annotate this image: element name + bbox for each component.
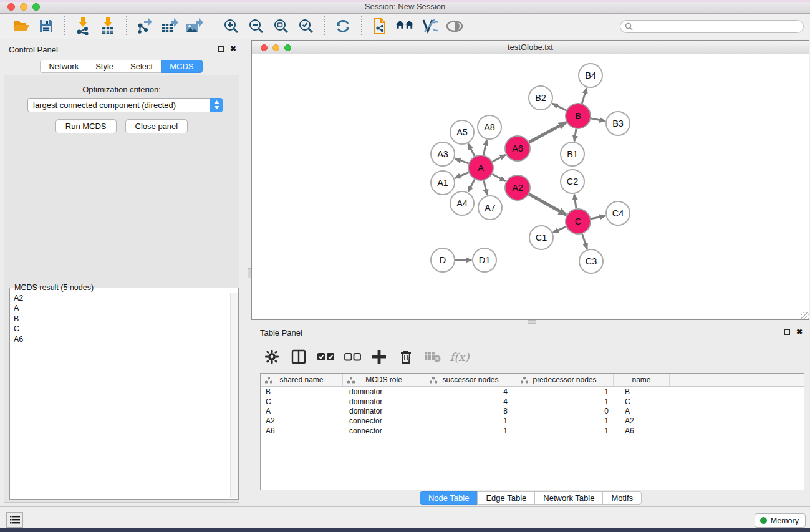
graph-node-D[interactable]: D bbox=[431, 248, 455, 272]
network-window-titlebar[interactable]: testGlobe.txt bbox=[252, 41, 809, 54]
export-network-icon[interactable] bbox=[135, 17, 154, 36]
graph-node-A8[interactable]: A8 bbox=[478, 115, 501, 139]
result-item-c[interactable]: C bbox=[11, 324, 230, 334]
graph-edge-A-A8[interactable] bbox=[483, 140, 486, 155]
tab-network[interactable]: Network bbox=[40, 60, 87, 73]
select-all-icon[interactable] bbox=[316, 347, 335, 366]
graph-node-B4[interactable]: B4 bbox=[579, 64, 602, 87]
graph-edge-A6-B[interactable] bbox=[529, 122, 566, 142]
float-panel-icon[interactable] bbox=[218, 46, 224, 52]
export-table-icon[interactable] bbox=[160, 17, 179, 36]
search-input[interactable] bbox=[636, 22, 792, 31]
graph-node-C3[interactable]: C3 bbox=[579, 249, 603, 273]
close-panel-button[interactable]: Close panel bbox=[125, 119, 188, 133]
zoom-out-icon[interactable] bbox=[247, 17, 266, 36]
result-scrollbar[interactable] bbox=[230, 293, 238, 498]
import-network-icon[interactable] bbox=[74, 17, 92, 36]
refresh-icon[interactable] bbox=[334, 17, 352, 36]
graph-node-C1[interactable]: C1 bbox=[529, 226, 553, 249]
graph-node-B3[interactable]: B3 bbox=[606, 112, 630, 135]
zoom-window-icon[interactable] bbox=[32, 3, 40, 11]
graph-edge-B-B4[interactable] bbox=[582, 88, 587, 104]
table-row[interactable]: Bdominator41B bbox=[261, 387, 804, 397]
graph-node-A6[interactable]: A6 bbox=[505, 136, 530, 161]
tab-select[interactable]: Select bbox=[122, 60, 162, 73]
graph-edge-A-A4[interactable] bbox=[468, 180, 475, 192]
tab-motifs[interactable]: Motifs bbox=[602, 491, 642, 505]
homes-icon[interactable] bbox=[395, 17, 414, 36]
graph-node-C[interactable]: C bbox=[566, 209, 591, 234]
task-history-button[interactable] bbox=[6, 512, 23, 528]
graph-edge-A-A3[interactable] bbox=[455, 158, 468, 163]
network-canvas[interactable]: AA1A3A5A8A4A7A6A2BB2B4B3B1CC2C1C4C3DD1 bbox=[252, 54, 809, 319]
graph-edge-B-B1[interactable] bbox=[574, 129, 576, 141]
graph-edge-B-B2[interactable] bbox=[552, 104, 566, 110]
graph-edge-A-A7[interactable] bbox=[484, 180, 487, 195]
import-table-icon[interactable] bbox=[99, 17, 117, 36]
minimize-window-icon[interactable] bbox=[272, 44, 279, 51]
graph-node-C2[interactable]: C2 bbox=[561, 170, 584, 193]
criterion-dropdown[interactable]: largest connected component (directed) bbox=[27, 98, 223, 112]
graph-node-A3[interactable]: A3 bbox=[431, 142, 455, 166]
tab-node-table[interactable]: Node Table bbox=[420, 491, 478, 505]
column-header-successor-nodes[interactable]: successor nodes bbox=[425, 374, 516, 386]
tab-mcds[interactable]: MCDS bbox=[161, 60, 202, 73]
add-column-icon[interactable] bbox=[370, 347, 388, 366]
mcds-result-list[interactable]: A2ABCA6 bbox=[11, 293, 230, 498]
graph-edge-B-B3[interactable] bbox=[591, 118, 605, 121]
table-row[interactable]: Cdominator41C bbox=[261, 397, 804, 407]
zoom-in-icon[interactable] bbox=[222, 17, 241, 36]
splitter-grip-vertical[interactable] bbox=[248, 268, 251, 278]
graph-node-B1[interactable]: B1 bbox=[561, 142, 584, 166]
graph-edge-A-A6[interactable] bbox=[493, 155, 506, 162]
close-window-icon[interactable] bbox=[7, 3, 15, 11]
run-mcds-button[interactable]: Run MCDS bbox=[55, 119, 117, 133]
graph-node-A4[interactable]: A4 bbox=[450, 191, 474, 215]
close-window-icon[interactable] bbox=[261, 44, 268, 51]
zoom-selected-icon[interactable] bbox=[297, 17, 316, 36]
graph-node-A[interactable]: A bbox=[468, 155, 493, 180]
delete-column-icon[interactable] bbox=[397, 347, 415, 366]
zoom-fit-icon[interactable] bbox=[272, 17, 291, 36]
search-field[interactable] bbox=[620, 20, 804, 33]
network-graph[interactable]: AA1A3A5A8A4A7A6A2BB2B4B3B1CC2C1C4C3DD1 bbox=[252, 54, 809, 319]
style-toggle-icon[interactable] bbox=[420, 17, 439, 36]
graph-node-B[interactable]: B bbox=[566, 104, 591, 128]
column-header-MCDS-role[interactable]: MCDS role bbox=[343, 374, 425, 386]
result-item-b[interactable]: B bbox=[11, 314, 230, 324]
graph-edge-A-A2[interactable] bbox=[492, 174, 505, 181]
window-controls[interactable] bbox=[7, 3, 40, 11]
splitter-grip-horizontal[interactable] bbox=[528, 320, 536, 324]
graph-edge-A-A1[interactable] bbox=[455, 173, 469, 178]
graph-edge-A-A5[interactable] bbox=[468, 144, 475, 157]
tab-network-table[interactable]: Network Table bbox=[534, 491, 603, 505]
column-header-name[interactable]: name bbox=[614, 374, 670, 386]
table-row[interactable]: Adominator80A bbox=[261, 407, 804, 417]
close-panel-icon[interactable]: ✖ bbox=[230, 46, 236, 52]
gear-icon[interactable] bbox=[263, 347, 281, 366]
table-row[interactable]: A2connector11A2 bbox=[261, 416, 804, 426]
graph-edge-C-C1[interactable] bbox=[553, 226, 566, 232]
open-file-icon[interactable] bbox=[12, 17, 31, 36]
result-item-a6[interactable]: A6 bbox=[11, 334, 230, 344]
graph-node-A7[interactable]: A7 bbox=[478, 196, 502, 220]
graph-edge-A2-C[interactable] bbox=[529, 194, 566, 215]
column-header-shared-name[interactable]: shared name bbox=[261, 374, 343, 386]
graph-node-C4[interactable]: C4 bbox=[606, 201, 630, 225]
tab-edge-table[interactable]: Edge Table bbox=[477, 491, 535, 505]
graph-node-B2[interactable]: B2 bbox=[529, 86, 552, 110]
zoom-window-icon[interactable] bbox=[284, 44, 291, 51]
eye-icon[interactable] bbox=[445, 17, 464, 36]
column-view-icon[interactable] bbox=[289, 347, 308, 366]
save-session-icon[interactable] bbox=[37, 17, 55, 36]
column-header-predecessor-nodes[interactable]: predecessor nodes bbox=[516, 374, 614, 386]
graph-node-D1[interactable]: D1 bbox=[473, 248, 496, 272]
table-row[interactable]: A6connector11A6 bbox=[261, 426, 804, 436]
network-document-icon[interactable] bbox=[370, 17, 389, 36]
graph-node-A5[interactable]: A5 bbox=[450, 120, 474, 144]
graph-node-A2[interactable]: A2 bbox=[505, 175, 530, 200]
tab-style[interactable]: Style bbox=[87, 60, 122, 73]
export-image-icon[interactable] bbox=[185, 17, 204, 36]
network-window-controls[interactable] bbox=[261, 44, 291, 51]
minimize-window-icon[interactable] bbox=[20, 3, 27, 11]
